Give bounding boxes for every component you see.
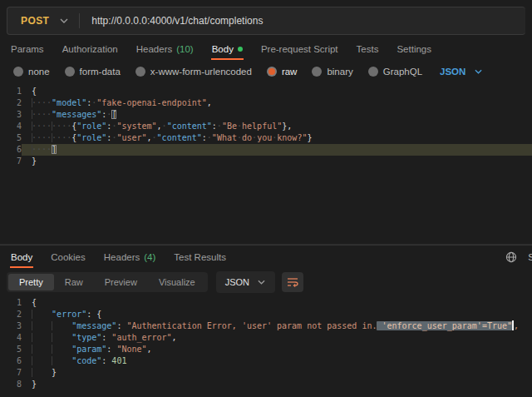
indent-guide (32, 310, 52, 319)
code-line-2[interactable]: 2····"model":·"fake-openai-endpoint", (0, 97, 532, 109)
response-view-switcher: PrettyRawPreviewVisualize (7, 272, 208, 292)
code-line-7[interactable]: 7} (0, 156, 532, 167)
code-token: "Authentication Error, 'user' param not … (126, 321, 377, 330)
body-type-row: noneform-datax-www-form-urlencodedrawbin… (0, 60, 532, 83)
request-tabs: ParamsAuthorizationHeaders(10)BodyPre-re… (0, 38, 532, 60)
indent-guide (52, 356, 71, 365)
line-content: } (22, 156, 532, 167)
radio-icon (368, 67, 378, 77)
tab-label: Params (11, 44, 44, 54)
radio-label: binary (327, 67, 352, 77)
body-type-radio-none[interactable]: none (8, 67, 57, 77)
request-tab-settings[interactable]: Settings (387, 38, 441, 60)
radio-selected-icon (267, 67, 277, 77)
code-token: , (514, 321, 519, 330)
request-body-editor[interactable]: 1{2····"model":·"fake-openai-endpoint",3… (0, 83, 532, 245)
line-number: 2 (0, 309, 22, 320)
code-token: "Be·helpful" (222, 122, 282, 131)
line-number: 1 (0, 86, 22, 97)
body-type-radio-form-data[interactable]: form-data (57, 67, 128, 77)
code-token: "code" (71, 356, 101, 365)
response-tab-test-results[interactable]: Test Results (165, 246, 235, 268)
response-body-editor[interactable]: 1{2 "error": {3 "message": "Authenticati… (0, 295, 532, 395)
body-has-content-dot (238, 47, 243, 52)
radio-label: x-www-form-urlencoded (150, 67, 252, 77)
code-line-5[interactable]: 5········{"role":·"user",·"content":·"Wh… (0, 132, 532, 144)
body-type-radio-binary[interactable]: binary (304, 67, 360, 77)
request-tab-pre-request-script[interactable]: Pre-request Script (252, 38, 347, 60)
chevron-down-icon (471, 65, 485, 78)
code-line-3[interactable]: 3····"messages":·[ (0, 109, 532, 121)
tab-label: Body (212, 44, 234, 54)
response-tab-headers[interactable]: Headers(4) (95, 246, 165, 268)
code-line-4[interactable]: 4 "type": "auth_error", (0, 332, 532, 344)
code-token: "What·do·you·know?" (212, 133, 308, 142)
code-line-4[interactable]: 4········{"role":·"system",·"content":·"… (0, 121, 532, 132)
code-token: : (116, 321, 126, 330)
radio-label: GraphQL (383, 67, 422, 77)
line-number: 7 (0, 367, 22, 379)
response-tab-cookies[interactable]: Cookies (42, 246, 95, 268)
response-view-visualize[interactable]: Visualize (148, 274, 206, 290)
request-tab-body[interactable]: Body (203, 38, 252, 60)
code-line-5[interactable]: 5 "param": "None", (0, 344, 532, 355)
tab-label: Tests (357, 44, 379, 54)
method-select[interactable]: POST (7, 7, 76, 34)
indent-guide (52, 321, 71, 330)
response-tab-body[interactable]: Body (2, 246, 42, 268)
code-token: "fake-openai-endpoint" (96, 98, 206, 107)
tab-label: Headers (104, 252, 140, 262)
response-pane: BodyCookiesHeaders(4)Test Results S Pret… (0, 245, 532, 395)
code-token: 401 (111, 356, 126, 365)
code-line-1[interactable]: 1{ (0, 297, 532, 309)
code-line-8[interactable]: 8} (0, 379, 532, 390)
code-line-3[interactable]: 3 "message": "Authentication Error, 'use… (0, 320, 532, 332)
response-view-raw[interactable]: Raw (54, 274, 94, 290)
raw-format-select[interactable]: JSON (440, 65, 485, 78)
code-line-6[interactable]: 6 "code": 401 (0, 355, 532, 367)
body-type-radio-raw[interactable]: raw (259, 67, 305, 77)
request-tab-tests[interactable]: Tests (347, 38, 388, 60)
code-line-6[interactable]: 6····] (0, 144, 532, 156)
code-line-7[interactable]: 7 } (0, 367, 532, 379)
url-input[interactable]: http://0.0.0.0:4000/v1/chat/completions (83, 15, 525, 27)
line-number: 5 (0, 344, 22, 355)
code-line-2[interactable]: 2 "error": { (0, 309, 532, 320)
response-view-pretty[interactable]: Pretty (8, 274, 54, 290)
line-content: ····] (22, 144, 532, 156)
radio-label: none (28, 67, 50, 77)
response-tabs: BodyCookiesHeaders(4)Test Results S (0, 246, 532, 268)
word-wrap-button[interactable] (282, 272, 303, 292)
indent-guide (32, 345, 52, 354)
line-content: ····"messages":·[ (22, 109, 532, 121)
code-token: "type" (71, 333, 101, 342)
line-number: 7 (0, 156, 22, 167)
response-format-select[interactable]: JSON (216, 271, 275, 293)
code-token: "param" (71, 345, 106, 354)
line-number: 8 (0, 379, 22, 390)
request-tab-params[interactable]: Params (2, 38, 53, 60)
code-token: :· (86, 98, 96, 107)
request-tab-authorization[interactable]: Authorization (53, 38, 127, 60)
line-content: "type": "auth_error", (22, 332, 532, 344)
globe-icon[interactable] (505, 251, 517, 263)
line-number: 5 (0, 132, 22, 144)
code-token: : (101, 333, 111, 342)
code-line-1[interactable]: 1{ (0, 86, 532, 97)
code-token: "error" (52, 310, 86, 319)
tab-label: Headers (136, 44, 172, 54)
response-view-preview[interactable]: Preview (94, 274, 148, 290)
code-token: , (207, 98, 212, 107)
response-format-label: JSON (225, 277, 249, 287)
body-type-radio-graphql[interactable]: GraphQL (361, 67, 430, 77)
body-type-radio-x-www-form-urlencoded[interactable]: x-www-form-urlencoded (128, 67, 259, 77)
code-token: : (86, 310, 96, 319)
code-token: }, (282, 122, 292, 131)
clipped-status-text: S (528, 252, 532, 262)
indent-guide (52, 345, 71, 354)
radio-icon (13, 67, 23, 77)
indent-guide: ···· (32, 122, 52, 131)
code-token: , (147, 345, 152, 354)
request-tab-headers[interactable]: Headers(10) (127, 38, 203, 60)
line-number: 1 (0, 297, 22, 309)
